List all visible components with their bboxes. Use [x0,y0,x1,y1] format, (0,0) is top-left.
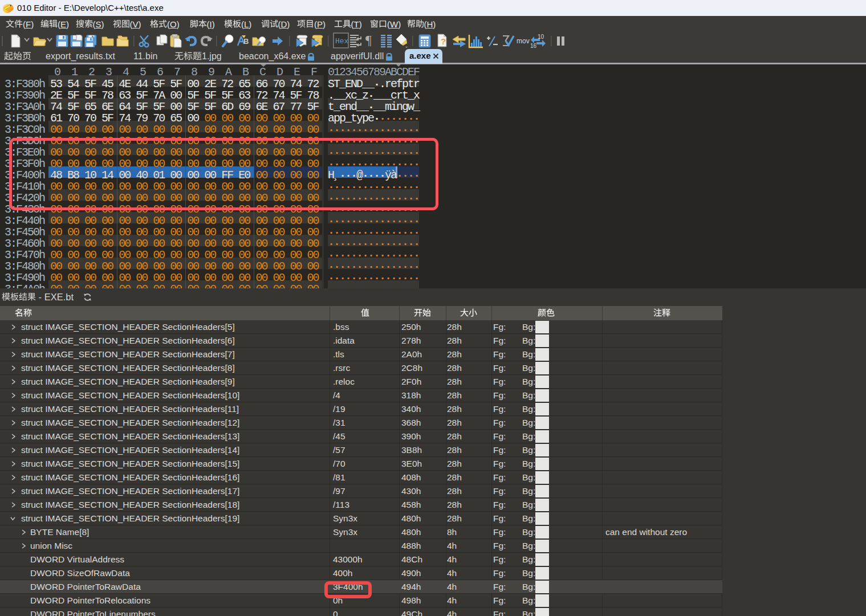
svg-text:?: ? [441,36,446,46]
svg-text:16: 16 [530,43,537,49]
svg-text:B: B [243,37,249,46]
svg-text:¶: ¶ [365,32,372,47]
svg-text:mov: mov [517,37,530,45]
svg-text:Hex: Hex [335,37,349,46]
